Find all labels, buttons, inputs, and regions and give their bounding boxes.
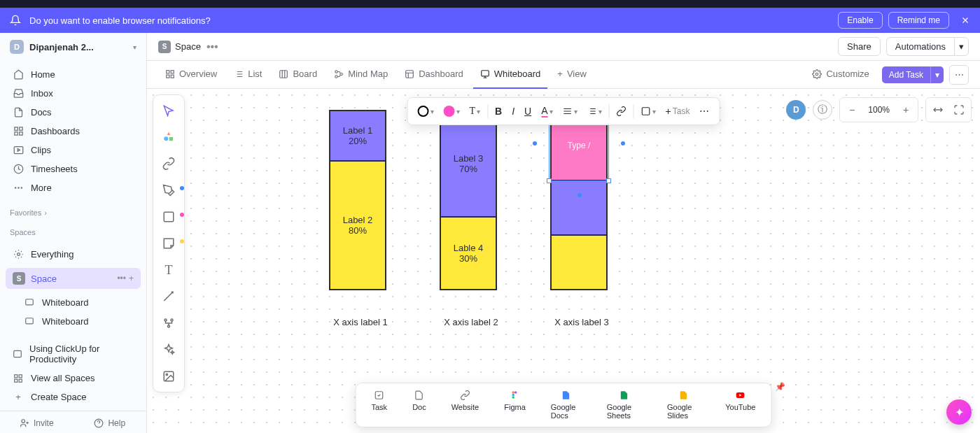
chart-segment[interactable] xyxy=(552,181,606,236)
sidebar-item-view-all-spaces[interactable]: View all Spaces xyxy=(6,369,141,388)
breadcrumb-space[interactable]: S Space xyxy=(158,41,201,53)
insert-figma[interactable]: Figma xyxy=(491,388,538,423)
customize-button[interactable]: Customize xyxy=(805,61,876,89)
sidebar-item-using-clickup[interactable]: Using ClickUp for Productivity xyxy=(6,339,141,369)
pin-icon[interactable]: 📌 xyxy=(775,382,785,392)
svg-rect-19 xyxy=(167,70,169,73)
share-button[interactable]: Share xyxy=(838,37,881,56)
enable-button[interactable]: Enable xyxy=(838,12,882,29)
tab-whiteboard[interactable]: Whiteboard xyxy=(473,61,547,89)
info-icon[interactable]: ⓘ xyxy=(813,100,832,120)
pointer-tool[interactable] xyxy=(158,99,180,122)
help-button[interactable]: Help xyxy=(74,411,147,433)
fullscreen-button[interactable] xyxy=(950,101,968,119)
sidebar-item-dashboards[interactable]: Dashboards xyxy=(6,122,141,141)
chart-segment[interactable]: Label 2 80% xyxy=(330,162,385,289)
tab-board[interactable]: Board xyxy=(272,61,324,89)
align-picker[interactable]: ▾ xyxy=(559,104,582,119)
tab-dashboard[interactable]: Dashboard xyxy=(398,61,470,89)
sidebar-item-space[interactable]: S Space •••+ xyxy=(6,268,141,289)
tab-mindmap[interactable]: Mind Map xyxy=(327,61,395,89)
sidebar-item-timesheets[interactable]: Timesheets xyxy=(6,159,141,178)
tab-overview[interactable]: Overview xyxy=(158,61,224,89)
sidebar-item-whiteboard-1[interactable]: Whiteboard xyxy=(17,293,141,312)
insert-youtube[interactable]: YouTube xyxy=(713,388,768,423)
insert-doc[interactable]: Doc xyxy=(400,388,439,423)
rectangle-tool[interactable] xyxy=(158,206,180,228)
insert-googleslides[interactable]: Google Slides xyxy=(654,388,713,423)
border-color-picker[interactable]: ▾ xyxy=(414,103,438,120)
line-tool[interactable] xyxy=(158,285,180,308)
connector-tool[interactable] xyxy=(158,152,180,175)
add-task-dropdown[interactable]: ▾ xyxy=(930,66,944,83)
italic-button[interactable]: I xyxy=(507,103,519,120)
fill-color-picker[interactable]: ▾ xyxy=(440,103,464,120)
zoom-in-button[interactable]: + xyxy=(897,101,915,119)
fit-width-button[interactable] xyxy=(929,101,947,119)
chart-segment[interactable]: Lable 4 30% xyxy=(441,218,496,289)
chart-bar-2[interactable]: Label 3 70% Lable 4 30% xyxy=(440,110,497,290)
sidebar-item-more[interactable]: More xyxy=(6,178,141,197)
sidebar-item-inbox[interactable]: Inbox xyxy=(6,84,141,103)
shapes-tool[interactable] xyxy=(158,126,180,148)
bold-button[interactable]: B xyxy=(491,103,506,120)
zoom-out-button[interactable]: − xyxy=(843,101,861,119)
chart-segment[interactable]: Label 3 70% xyxy=(441,111,496,218)
segment-label: Label 3 xyxy=(454,153,484,164)
relations-tool[interactable] xyxy=(158,312,180,334)
chart-segment[interactable]: Label 1 20% xyxy=(330,111,385,162)
svg-rect-11 xyxy=(26,318,34,323)
sticky-tool[interactable] xyxy=(158,232,180,255)
add-task-inline[interactable]: +Task xyxy=(662,103,694,120)
segment-value: 20% xyxy=(349,136,367,146)
image-tool[interactable] xyxy=(158,365,180,388)
sidebar-item-whiteboard-2[interactable]: Whiteboard xyxy=(17,312,141,331)
insert-googlesheets[interactable]: Google Sheets xyxy=(594,388,654,423)
sidebar-item-label: Clips xyxy=(31,145,51,155)
remind-button[interactable]: Remind me xyxy=(888,12,949,29)
ai-tool[interactable] xyxy=(158,339,180,361)
insert-label: Figma xyxy=(504,403,526,411)
frame-picker[interactable]: ▾ xyxy=(637,104,660,119)
add-task-button[interactable]: Add Task xyxy=(882,66,930,83)
more-format-button[interactable]: ⋯ xyxy=(695,103,713,120)
invite-button[interactable]: Invite xyxy=(0,411,74,433)
svg-rect-0 xyxy=(14,127,17,130)
favorites-section[interactable]: Favorites› xyxy=(0,201,146,221)
insert-task[interactable]: Task xyxy=(359,388,400,423)
pen-tool[interactable] xyxy=(158,179,180,201)
sidebar-item-create-space[interactable]: +Create Space xyxy=(6,388,141,406)
insert-googledocs[interactable]: Google Docs xyxy=(538,388,594,423)
add-view-button[interactable]: +View xyxy=(550,61,594,89)
link-button[interactable] xyxy=(612,104,631,119)
avatar[interactable]: D xyxy=(786,100,806,120)
text-color-picker[interactable]: A▾ xyxy=(537,102,556,120)
more-options-button[interactable]: ⋯ xyxy=(949,65,969,85)
workspace-switcher[interactable]: D Dipanjenah 2... ▾ xyxy=(0,33,146,61)
text-tool[interactable]: T xyxy=(158,259,180,281)
ai-fab[interactable]: ✦ xyxy=(946,399,972,425)
sidebar-item-docs[interactable]: Docs xyxy=(6,103,141,122)
more-icon[interactable]: ••• xyxy=(117,274,126,283)
automations-button[interactable]: Automations xyxy=(886,37,954,56)
plus-icon[interactable]: + xyxy=(129,274,134,283)
svg-rect-21 xyxy=(167,75,169,78)
insert-bar: Task Doc Website Figma Google Docs Googl… xyxy=(356,383,772,427)
chart-bar-1[interactable]: Label 1 20% Label 2 80% xyxy=(329,110,386,290)
automations-dropdown[interactable]: ▾ xyxy=(954,37,969,56)
sidebar-item-everything[interactable]: Everything xyxy=(6,245,141,264)
dashboard-icon xyxy=(13,126,24,136)
close-icon[interactable] xyxy=(960,15,970,25)
notification-text: Do you want to enable browser notificati… xyxy=(29,15,832,26)
sidebar-item-home[interactable]: Home xyxy=(6,65,141,84)
tab-list[interactable]: List xyxy=(227,61,269,89)
sidebar-item-clips[interactable]: Clips xyxy=(6,141,141,159)
whiteboard-canvas[interactable]: T ▾ ▾ T▾ B I U A▾ ▾ ▾ ▾ + xyxy=(147,89,980,433)
insert-website[interactable]: Website xyxy=(439,388,492,423)
list-picker[interactable]: ▾ xyxy=(583,104,606,119)
more-icon[interactable]: ••• xyxy=(206,41,218,53)
svg-rect-38 xyxy=(642,108,650,115)
chart-segment[interactable] xyxy=(552,236,606,289)
underline-button[interactable]: U xyxy=(520,103,536,120)
text-style-picker[interactable]: T▾ xyxy=(465,103,485,120)
